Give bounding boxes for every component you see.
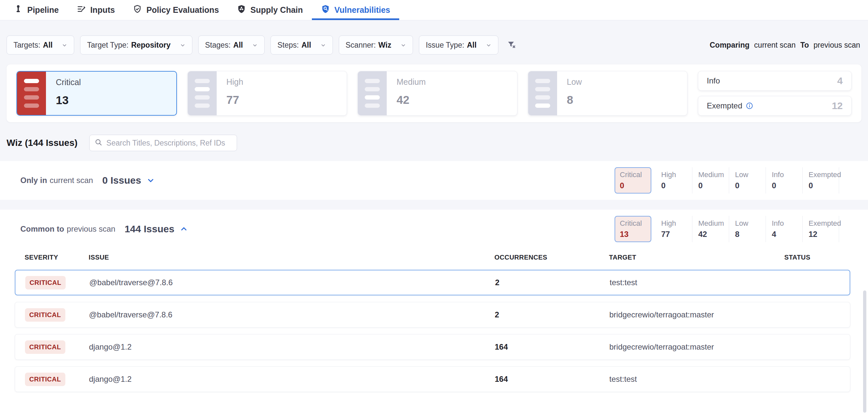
pipeline-icon <box>13 4 23 16</box>
chip-critical[interactable]: Critical 13 <box>615 216 651 242</box>
tab-vulnerabilities[interactable]: Vulnerabilities <box>312 0 399 20</box>
info-icon[interactable] <box>746 102 753 110</box>
vulnerabilities-icon <box>321 4 330 16</box>
table-row[interactable]: CRITICAL @babel/traverse@7.8.6 2 bridgec… <box>15 302 850 328</box>
chevron-down-icon[interactable] <box>147 176 155 185</box>
filter-value: All <box>234 41 243 50</box>
scanner-title: Wiz (144 Issues) <box>6 138 78 148</box>
chip-critical[interactable]: Critical 0 <box>615 167 651 194</box>
filter-stages[interactable]: Stages:All <box>198 35 265 55</box>
column-issue: ISSUE <box>89 254 494 261</box>
filter-scanner[interactable]: Scanner:Wiz <box>339 35 413 55</box>
tab-supply-chain[interactable]: Supply Chain <box>228 0 312 20</box>
severity-card-label: Critical <box>56 78 81 87</box>
side-card-label: Exempted <box>707 101 742 110</box>
filter-steps[interactable]: Steps:All <box>271 35 333 55</box>
issues-table: SEVERITY ISSUE OCCURRENCES TARGET STATUS… <box>15 248 850 402</box>
severity-card-info[interactable]: Info 4 <box>698 71 851 91</box>
chip-info[interactable]: Info 0 <box>766 167 802 194</box>
severity-card-high[interactable]: High 77 <box>187 71 347 116</box>
chip-info[interactable]: Info 4 <box>766 216 802 242</box>
issue-cell: @babel/traverse@7.8.6 <box>89 278 495 287</box>
severity-card-exempted[interactable]: Exempted 12 <box>698 96 851 116</box>
chip-low[interactable]: Low 8 <box>729 216 766 242</box>
side-card-label: Info <box>707 76 720 85</box>
supply-chain-icon <box>237 4 246 16</box>
severity-card-critical[interactable]: Critical 13 <box>17 71 177 116</box>
clear-filters-icon[interactable] <box>507 40 517 50</box>
occurrences-cell: 2 <box>495 278 610 287</box>
filter-value: All <box>301 41 311 50</box>
inputs-icon <box>76 4 86 16</box>
occurrences-cell: 2 <box>495 310 609 319</box>
tab-label: Supply Chain <box>250 5 303 15</box>
filter-value: Repository <box>131 41 170 50</box>
comparing-scans-text: Comparingcurrent scanToprevious scan <box>710 41 860 50</box>
severity-level-icon <box>188 71 217 115</box>
section-issue-count: 0 Issues <box>102 175 141 186</box>
search-box[interactable] <box>89 135 237 151</box>
severity-badge: CRITICAL <box>25 276 66 290</box>
tab-bar: Pipeline Inputs Policy Evaluations Suppl… <box>0 0 868 20</box>
severity-card-count: 8 <box>567 93 582 107</box>
target-cell: bridgecrewio/terragoat:master <box>609 310 785 319</box>
severity-card-label: High <box>226 77 243 87</box>
severity-badge: CRITICAL <box>25 308 65 322</box>
filter-target-type[interactable]: Target Type:Repository <box>80 35 192 55</box>
scanner-row: Wiz (144 Issues) <box>0 135 868 151</box>
table-row[interactable]: CRITICAL django@1.2 164 bridgecrewio/ter… <box>15 334 850 360</box>
issue-cell: django@1.2 <box>89 343 495 352</box>
side-card-count: 12 <box>832 100 843 111</box>
filter-label: Stages: <box>205 41 231 50</box>
filter-label: Targets: <box>13 41 40 50</box>
severity-card-count: 77 <box>226 93 243 107</box>
search-icon <box>95 138 102 148</box>
chip-exempted[interactable]: Exempted 12 <box>802 216 839 242</box>
tab-label: Inputs <box>90 5 115 15</box>
tab-inputs[interactable]: Inputs <box>68 0 124 20</box>
severity-level-icon <box>358 71 387 115</box>
filter-issue-type[interactable]: Issue Type:All <box>419 35 498 55</box>
table-row[interactable]: CRITICAL django@1.2 164 test:test <box>15 366 850 392</box>
severity-summary-panel: Critical 13 High 77 Medium 4 <box>6 64 862 122</box>
tab-policy-evaluations[interactable]: Policy Evaluations <box>124 0 228 20</box>
column-status: STATUS <box>784 254 850 261</box>
chip-medium[interactable]: Medium 0 <box>692 167 729 194</box>
vulnerabilities-page: Pipeline Inputs Policy Evaluations Suppl… <box>0 0 868 414</box>
chevron-up-icon[interactable] <box>180 225 188 233</box>
severity-card-label: Medium <box>397 77 426 87</box>
tab-label: Pipeline <box>27 5 59 15</box>
severity-badge: CRITICAL <box>25 373 65 386</box>
chip-high[interactable]: High 0 <box>655 167 692 194</box>
severity-badge: CRITICAL <box>25 341 65 354</box>
tab-label: Vulnerabilities <box>335 5 390 15</box>
column-occurrences: OCCURRENCES <box>494 254 609 261</box>
filters-row: Targets:All Target Type:Repository Stage… <box>0 20 868 55</box>
issue-cell: @babel/traverse@7.8.6 <box>89 310 495 319</box>
column-severity: SEVERITY <box>25 254 89 261</box>
vertical-scrollbar[interactable] <box>863 291 866 413</box>
table-row[interactable]: CRITICAL @babel/traverse@7.8.6 2 test:te… <box>15 270 850 295</box>
chip-low[interactable]: Low 0 <box>729 167 766 194</box>
chevron-down-icon <box>252 42 258 48</box>
filter-value: All <box>43 41 53 50</box>
occurrences-cell: 164 <box>495 375 609 384</box>
tab-pipeline[interactable]: Pipeline <box>5 0 68 20</box>
severity-card-medium[interactable]: Medium 42 <box>358 71 517 116</box>
chip-high[interactable]: High 77 <box>655 216 692 242</box>
search-input[interactable] <box>106 139 232 148</box>
severity-card-count: 13 <box>56 94 81 107</box>
filter-targets[interactable]: Targets:All <box>6 35 74 55</box>
severity-level-icon <box>528 71 557 115</box>
chip-medium[interactable]: Medium 42 <box>692 216 729 242</box>
severity-card-low[interactable]: Low 8 <box>528 71 688 116</box>
chip-exempted[interactable]: Exempted 0 <box>802 167 839 194</box>
tab-label: Policy Evaluations <box>147 5 219 15</box>
target-cell: test:test <box>609 375 785 384</box>
filter-label: Scanner: <box>346 41 376 50</box>
severity-card-count: 42 <box>397 93 426 107</box>
section-label: Only incurrent scan <box>20 176 93 185</box>
filter-value: Wiz <box>378 41 391 50</box>
filter-label: Issue Type: <box>426 41 464 50</box>
filter-label: Target Type: <box>87 41 128 50</box>
